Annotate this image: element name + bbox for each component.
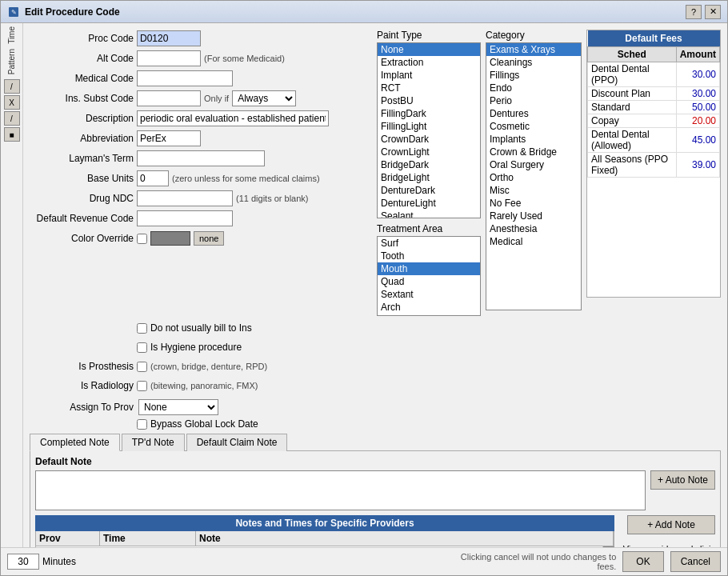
is-hygiene-label: Is Hygiene procedure [137,342,242,353]
treatment-item-6[interactable]: ToothRange [378,314,480,316]
category-item-1[interactable]: Cleanings [486,56,581,69]
laymans-input[interactable] [137,150,265,166]
alt-code-input[interactable] [137,50,201,66]
minutes-input[interactable] [7,554,39,570]
category-item-13[interactable]: Rarely Used [486,210,581,222]
treatment-item-2[interactable]: Mouth [378,262,480,275]
category-item-12[interactable]: No Fee [486,197,581,210]
svg-text:✎: ✎ [11,9,17,16]
treatment-item-5[interactable]: Arch [378,301,480,314]
cancel-note-text: Clicking cancel will not undo changes to… [456,552,616,571]
paint-item-3[interactable]: RCT [378,82,480,94]
treatment-item-3[interactable]: Quad [378,275,480,288]
add-note-button[interactable]: + Add Note [627,515,715,534]
proc-code-row: Proc Code [30,30,370,47]
close-button[interactable]: ✕ [705,5,721,19]
is-hygiene-row: Is Hygiene procedure [30,338,721,356]
assign-prov-select[interactable]: None [138,399,218,415]
help-button[interactable]: ? [686,5,702,19]
revenue-code-input[interactable] [137,210,233,226]
tab-default-claim-note[interactable]: Default Claim Note [186,434,288,451]
assign-prov-label: Assign To Prov [30,402,134,413]
color-none-button[interactable]: none [194,231,224,246]
fees-row-2: Standard 50.00 [588,101,720,114]
base-units-label: Base Units [30,173,134,184]
is-radiology-checkbox[interactable] [137,381,147,391]
paint-item-5[interactable]: FillingDark [378,107,480,120]
paint-item-2[interactable]: Implant [378,69,480,82]
description-input[interactable] [137,110,329,126]
drug-ndc-note: (11 digits or blank) [236,194,309,203]
time-label: Time [7,26,16,44]
window-title: Edit Procedure Code [25,6,120,18]
treatment-item-0[interactable]: Surf [378,237,480,250]
category-item-10[interactable]: Ortho [486,171,581,184]
sidebar-btn-slash1[interactable]: / [4,79,20,94]
paint-item-8[interactable]: CrownLight [378,146,480,158]
treatment-item-1[interactable]: Tooth [378,250,480,262]
category-item-3[interactable]: Endo [486,82,581,94]
abbreviation-input[interactable] [137,130,201,146]
fees-col-amount: Amount [676,47,719,62]
category-item-0[interactable]: Exams & Xrays [486,43,581,56]
fees-row-5: All Seasons (PPO Fixed) 39.00 [588,153,720,178]
paint-item-0[interactable]: None [378,43,480,56]
paint-item-1[interactable]: Extraction [378,56,480,69]
is-prosthesis-label: Is Prosthesis [30,361,134,372]
is-prosthesis-checkbox[interactable] [137,362,147,372]
tab-completed-note[interactable]: Completed Note [30,434,120,451]
category-item-14[interactable]: Anesthesia [486,222,581,235]
tab-tpd-note[interactable]: TP'd Note [122,434,185,451]
paint-item-7[interactable]: CrownDark [378,133,480,146]
notes-table-row: Notes and Times for Specific Providers P… [35,515,715,547]
treatment-area-list[interactable]: Surf Tooth Mouth Quad Sextant Arch Tooth… [377,236,481,316]
category-item-15[interactable]: Medical [486,235,581,248]
fees-table: Default Fees Sched Amount Dent [587,30,720,178]
auto-note-button[interactable]: + Auto Note [650,470,715,490]
base-units-input[interactable] [137,170,169,186]
fees-panel: Default Fees Sched Amount Dent [586,30,721,316]
do-not-bill-checkbox[interactable] [137,323,147,334]
notes-area: ▲ ▼ [35,546,614,547]
cancel-button[interactable]: Cancel [670,551,721,572]
category-item-5[interactable]: Dentures [486,107,581,120]
drug-ndc-input[interactable] [137,190,233,206]
category-item-11[interactable]: Misc [486,184,581,197]
paint-item-9[interactable]: BridgeDark [378,158,480,171]
category-item-9[interactable]: Oral Surgery [486,158,581,171]
paint-type-list[interactable]: None Extraction Implant RCT PostBU Filli… [377,42,481,218]
treatment-item-4[interactable]: Sextant [378,288,480,301]
is-hygiene-checkbox[interactable] [137,342,147,353]
color-override-label: Color Override [30,233,134,244]
category-item-6[interactable]: Cosmetic [486,120,581,133]
category-item-2[interactable]: Fillings [486,69,581,82]
paint-item-6[interactable]: FillingLight [378,120,480,133]
color-override-checkbox[interactable] [137,234,147,244]
sidebar-btn-slash2[interactable]: / [4,111,20,126]
sidebar-btn-block[interactable]: ■ [4,127,20,142]
category-item-4[interactable]: Perio [486,94,581,107]
paint-type-panel: Paint Type None Extraction Implant RCT P… [377,30,481,316]
ins-subst-input[interactable] [137,90,201,106]
sidebar-btn-x[interactable]: X [4,95,20,110]
only-if-select[interactable]: Always [232,90,296,106]
paint-item-13[interactable]: Sealant [378,210,480,218]
paint-item-11[interactable]: DentureDark [378,184,480,197]
bypass-lock-checkbox[interactable] [137,419,147,430]
paint-item-4[interactable]: PostBU [378,94,480,107]
medical-code-input[interactable] [137,70,233,86]
category-item-7[interactable]: Implants [486,133,581,146]
ok-button[interactable]: OK [622,551,663,572]
proc-code-input[interactable] [137,30,201,46]
bottom-section: Do not usually bill to Ins Is Hygiene pr… [30,319,721,547]
abbreviation-row: Abbreviation [30,130,370,147]
main-content: Proc Code Alt Code (For some Medicaid) M… [23,23,727,547]
category-item-8[interactable]: Crown & Bridge [486,146,581,158]
is-radiology-row: Is Radiology (bitewing, panoramic, FMX) [30,377,721,394]
category-list[interactable]: Exams & Xrays Cleanings Fillings Endo Pe… [486,42,582,310]
note-textarea[interactable] [35,470,646,510]
paint-item-10[interactable]: BridgeLight [378,171,480,184]
do-not-bill-row: Do not usually bill to Ins [30,319,721,337]
fees-sched-4: Dental Dental(Allowed) [588,128,677,153]
paint-item-12[interactable]: DentureLight [378,197,480,210]
